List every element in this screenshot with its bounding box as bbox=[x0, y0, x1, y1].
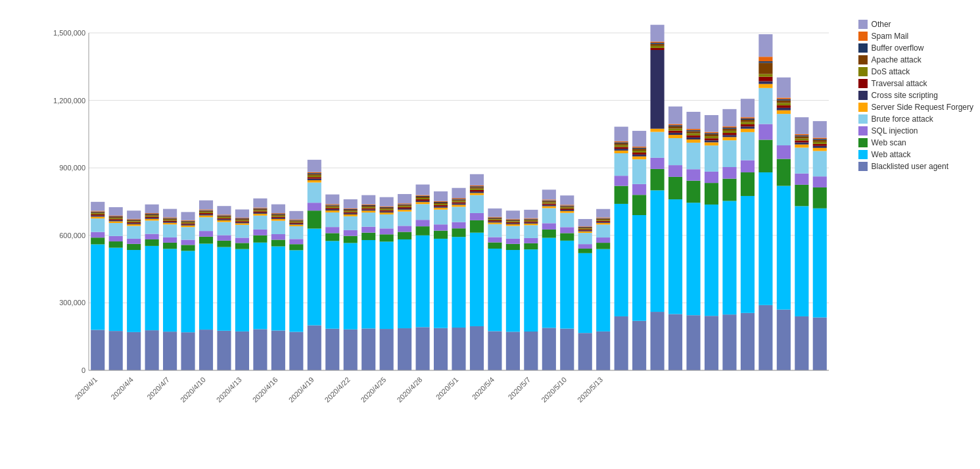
svg-rect-221 bbox=[380, 241, 394, 329]
svg-rect-17 bbox=[91, 216, 105, 218]
svg-rect-529 bbox=[795, 136, 808, 137]
svg-rect-108 bbox=[217, 220, 231, 222]
svg-text:2020/4/10: 2020/4/10 bbox=[179, 376, 207, 404]
svg-rect-482 bbox=[741, 172, 755, 196]
svg-rect-325 bbox=[524, 249, 538, 332]
svg-rect-327 bbox=[524, 238, 538, 243]
svg-rect-375 bbox=[578, 219, 592, 226]
svg-rect-306 bbox=[488, 219, 502, 220]
legend-label: SQL injection bbox=[872, 126, 918, 136]
svg-rect-254 bbox=[416, 198, 430, 199]
svg-rect-470 bbox=[722, 167, 736, 179]
svg-rect-416 bbox=[651, 190, 665, 312]
svg-rect-362 bbox=[560, 195, 574, 205]
svg-rect-200 bbox=[344, 213, 358, 214]
svg-rect-300 bbox=[488, 242, 502, 249]
legend-swatch bbox=[858, 150, 868, 159]
svg-rect-72 bbox=[163, 220, 177, 221]
legend-label: Other bbox=[872, 20, 891, 29]
svg-rect-449 bbox=[686, 134, 700, 136]
svg-rect-176 bbox=[308, 176, 321, 177]
svg-rect-76 bbox=[163, 209, 177, 218]
svg-rect-23 bbox=[91, 211, 105, 212]
svg-rect-143 bbox=[271, 247, 285, 331]
svg-rect-261 bbox=[434, 231, 448, 239]
svg-rect-322 bbox=[506, 219, 520, 220]
legend-item: Cross site scripting bbox=[858, 91, 973, 100]
svg-text:2020/5/1: 2020/5/1 bbox=[434, 376, 460, 401]
legend-item: DoS attack bbox=[858, 67, 973, 76]
svg-rect-37 bbox=[109, 207, 123, 216]
svg-rect-409 bbox=[632, 153, 646, 155]
svg-rect-214 bbox=[362, 209, 375, 210]
svg-rect-125 bbox=[235, 219, 249, 220]
svg-text:900,000: 900,000 bbox=[59, 164, 85, 172]
svg-rect-82 bbox=[181, 226, 195, 227]
svg-rect-366 bbox=[578, 244, 592, 249]
svg-rect-404 bbox=[632, 195, 646, 215]
svg-rect-119 bbox=[235, 237, 249, 243]
svg-rect-43 bbox=[127, 224, 141, 226]
svg-rect-516 bbox=[777, 99, 791, 101]
svg-rect-202 bbox=[344, 211, 358, 212]
svg-rect-97 bbox=[199, 213, 213, 214]
svg-rect-481 bbox=[741, 196, 755, 313]
svg-rect-267 bbox=[434, 204, 448, 205]
svg-rect-216 bbox=[362, 206, 375, 207]
svg-rect-90 bbox=[199, 330, 213, 370]
svg-rect-244 bbox=[398, 203, 411, 204]
svg-rect-250 bbox=[416, 204, 430, 220]
svg-rect-288 bbox=[470, 213, 484, 220]
svg-rect-264 bbox=[434, 208, 448, 210]
svg-rect-357 bbox=[560, 209, 574, 210]
svg-rect-540 bbox=[813, 142, 827, 144]
svg-rect-194 bbox=[344, 330, 358, 370]
svg-rect-457 bbox=[705, 172, 718, 183]
svg-rect-507 bbox=[777, 186, 791, 310]
svg-rect-46 bbox=[127, 221, 141, 222]
svg-rect-206 bbox=[344, 199, 358, 209]
svg-rect-430 bbox=[668, 177, 682, 199]
svg-rect-397 bbox=[615, 145, 628, 147]
svg-rect-26 bbox=[109, 248, 123, 332]
svg-rect-174 bbox=[308, 179, 321, 180]
svg-rect-198 bbox=[344, 216, 358, 230]
svg-rect-101 bbox=[199, 209, 213, 210]
legend-label: Web attack bbox=[872, 150, 911, 159]
svg-rect-376 bbox=[596, 332, 610, 370]
svg-rect-405 bbox=[632, 184, 646, 195]
svg-rect-294 bbox=[470, 187, 484, 188]
svg-rect-166 bbox=[289, 219, 303, 220]
svg-rect-399 bbox=[615, 142, 628, 143]
svg-rect-337 bbox=[542, 328, 556, 370]
svg-rect-98 bbox=[199, 212, 213, 213]
svg-rect-538 bbox=[813, 146, 827, 148]
svg-rect-18 bbox=[91, 216, 105, 217]
svg-rect-309 bbox=[488, 217, 502, 218]
svg-rect-53 bbox=[145, 239, 159, 246]
svg-rect-364 bbox=[578, 253, 592, 333]
svg-rect-426 bbox=[651, 41, 665, 43]
svg-rect-439 bbox=[668, 124, 682, 126]
svg-rect-290 bbox=[470, 193, 484, 195]
svg-rect-455 bbox=[705, 205, 718, 316]
svg-rect-215 bbox=[362, 207, 375, 209]
svg-rect-121 bbox=[235, 223, 249, 224]
svg-rect-207 bbox=[362, 328, 375, 370]
svg-rect-70 bbox=[163, 222, 177, 223]
svg-rect-445 bbox=[686, 143, 700, 169]
legend-item: Blacklisted user agent bbox=[858, 162, 973, 171]
svg-rect-462 bbox=[705, 136, 718, 138]
svg-rect-165 bbox=[289, 220, 303, 220]
legend-label: Web scan bbox=[872, 138, 906, 147]
svg-rect-448 bbox=[686, 136, 700, 137]
svg-rect-330 bbox=[524, 222, 538, 224]
svg-rect-113 bbox=[217, 215, 231, 216]
svg-rect-263 bbox=[434, 210, 448, 225]
svg-rect-88 bbox=[181, 220, 195, 221]
svg-rect-386 bbox=[596, 218, 610, 219]
svg-rect-87 bbox=[181, 221, 195, 222]
svg-rect-84 bbox=[181, 224, 195, 225]
svg-rect-365 bbox=[578, 249, 592, 253]
svg-rect-422 bbox=[651, 48, 665, 50]
